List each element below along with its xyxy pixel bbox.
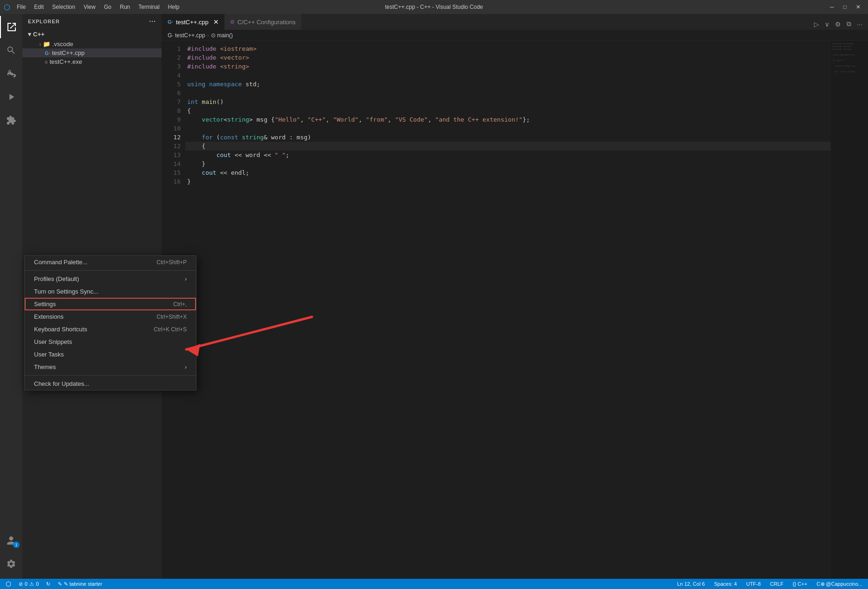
exe-file-icon: ≡ <box>45 59 47 65</box>
menu-file[interactable]: File <box>13 3 29 11</box>
search-activity-button[interactable] <box>0 39 22 62</box>
language-mode[interactable]: {} C++ <box>791 579 809 589</box>
window-title: testC++.cpp - C++ - Visual Studio Code <box>385 4 483 10</box>
explorer-activity-button[interactable] <box>0 16 22 38</box>
profiles-arrow-icon: › <box>185 276 187 282</box>
warning-icon: ⚠ <box>29 581 34 587</box>
chevron-down-icon: ▾ <box>28 31 31 38</box>
tab-actions: ▷ ∨ ⚙ ⧉ ··· <box>808 18 868 30</box>
code-line-15: cout << endl; <box>185 168 831 177</box>
menu-check-updates[interactable]: Check for Updates... <box>25 377 196 390</box>
window-controls: ─ □ ✕ <box>826 3 864 11</box>
menu-keyboard-shortcuts[interactable]: Keyboard Shortcuts Ctrl+K Ctrl+S <box>25 323 196 336</box>
settings-sync-label: Turn on Settings Sync... <box>34 288 98 295</box>
code-line-11: for (const string& word : msg) <box>185 133 831 142</box>
settings-shortcut: Ctrl+, <box>173 301 187 308</box>
user-snippets-label: User Snippets <box>34 338 72 345</box>
chevron-right-icon: › <box>39 41 41 48</box>
menu-profiles[interactable]: Profiles (Default) › <box>25 273 196 285</box>
profiles-label: Profiles (Default) <box>34 275 79 282</box>
extensions-activity-button[interactable] <box>0 109 22 131</box>
vscode-status-icon[interactable]: ⬡ <box>4 579 13 589</box>
menu-themes[interactable]: Themes › <box>25 361 196 373</box>
menu-go[interactable]: Go <box>100 3 115 11</box>
close-button[interactable]: ✕ <box>852 3 864 11</box>
tab-configurations[interactable]: ⚙ C/C++ Configurations <box>224 14 301 30</box>
tab-testcpp[interactable]: G· testC++.cpp ✕ <box>162 14 224 30</box>
menu-settings[interactable]: Settings Ctrl+, <box>25 298 196 310</box>
cpp-tab-close-button[interactable]: ✕ <box>213 18 219 26</box>
menu-command-palette[interactable]: Command Palette... Ctrl+Shift+P <box>25 256 196 268</box>
activity-bar-bottom: 1 <box>0 529 22 579</box>
error-icon: ⊘ <box>19 581 23 587</box>
settings-label: Settings <box>34 301 56 308</box>
exe-file-label: testC++.exe <box>49 58 82 65</box>
breadcrumb-file[interactable]: G· testC++.cpp <box>168 32 205 39</box>
tab-bar: G· testC++.cpp ✕ ⚙ C/C++ Configurations … <box>162 14 868 30</box>
code-line-16: } <box>185 177 831 186</box>
titlebar: ⬡ File Edit Selection View Go Run Termin… <box>0 0 868 14</box>
menu-extensions[interactable]: Extensions Ctrl+Shift+X <box>25 310 196 323</box>
menu-divider-1 <box>25 270 196 271</box>
menu-view[interactable]: View <box>80 3 99 11</box>
cpp-file-item[interactable]: G· testC++.cpp <box>22 48 162 57</box>
menu-run[interactable]: Run <box>116 3 134 11</box>
eol[interactable]: CRLF <box>768 579 786 589</box>
run-split-button[interactable]: ▷ <box>812 19 821 30</box>
cpp-folder-label[interactable]: ▾ C++ <box>22 29 162 40</box>
cpp-file-icon: G· <box>45 50 50 56</box>
sync-status[interactable]: ↻ <box>44 579 52 589</box>
run-dropdown-button[interactable]: ∨ <box>823 19 831 30</box>
arrow-annotation <box>177 308 317 365</box>
sidebar-more-button[interactable]: ··· <box>149 18 156 25</box>
explorer-label: Explorer <box>28 19 60 24</box>
sync-icon: ↻ <box>46 581 50 587</box>
menu-selection[interactable]: Selection <box>48 3 79 11</box>
breadcrumb: G· testC++.cpp › ⊙ main() <box>162 30 868 41</box>
menu-help[interactable]: Help <box>164 3 183 11</box>
menu-terminal[interactable]: Terminal <box>135 3 163 11</box>
editor-minimap: #include <iostream> #include <vector> #i… <box>831 41 868 579</box>
code-line-12: { <box>185 142 831 151</box>
cursor-position[interactable]: Ln 12, Col 6 <box>675 579 706 589</box>
source-control-activity-button[interactable] <box>0 62 22 85</box>
menu-user-tasks[interactable]: User Tasks <box>25 348 196 361</box>
activity-bar-top <box>0 16 22 528</box>
breadcrumb-symbol[interactable]: ⊙ main() <box>211 32 233 39</box>
user-tasks-label: User Tasks <box>34 351 64 358</box>
code-line-14: } <box>185 159 831 168</box>
indentation[interactable]: Spaces: 4 <box>712 579 739 589</box>
account-badge: 1 <box>13 541 20 548</box>
status-bar-left: ⬡ ⊘ 0 ⚠ 0 ↻ ✎ ✎ tabnine starter <box>4 579 104 589</box>
maximize-button[interactable]: □ <box>840 3 850 11</box>
error-count: 0 <box>25 581 27 587</box>
vscode-folder-item[interactable]: › 📁 .vscode <box>22 40 162 48</box>
errors-count[interactable]: ⊘ 0 ⚠ 0 <box>17 579 41 589</box>
menu-settings-sync[interactable]: Turn on Settings Sync... <box>25 285 196 298</box>
split-editor-button[interactable]: ⧉ <box>845 18 853 30</box>
code-line-1: #include <iostream> <box>185 44 831 53</box>
status-bar-right: Ln 12, Col 6 Spaces: 4 UTF-8 CRLF {} C++… <box>675 579 864 589</box>
notification-bell[interactable]: C⊕ @Cappuccino... <box>815 579 864 589</box>
minimize-button[interactable]: ─ <box>826 3 838 11</box>
menu-divider-2 <box>25 375 196 376</box>
command-palette-shortcut: Ctrl+Shift+P <box>156 259 187 266</box>
tabnine-icon: ✎ <box>58 581 62 587</box>
menu-edit[interactable]: Edit <box>30 3 47 11</box>
cpp-folder-name: C++ <box>33 31 45 38</box>
settings-button[interactable]: ⚙ <box>833 19 843 30</box>
code-line-6 <box>185 89 831 97</box>
config-tab-icon: ⚙ <box>230 19 235 25</box>
menu-user-snippets[interactable]: User Snippets <box>25 336 196 348</box>
encoding[interactable]: UTF-8 <box>744 579 762 589</box>
sidebar-header-actions: ··· <box>149 18 156 25</box>
run-activity-button[interactable] <box>0 86 22 108</box>
code-line-3: #include <string> <box>185 62 831 71</box>
account-icon[interactable]: 1 <box>0 529 22 552</box>
more-actions-button[interactable]: ··· <box>855 19 864 30</box>
vscode-logo-status: ⬡ <box>6 580 11 588</box>
tabnine-status[interactable]: ✎ ✎ tabnine starter <box>56 579 104 589</box>
exe-file-item[interactable]: ≡ testC++.exe <box>22 57 162 66</box>
manage-icon[interactable] <box>0 553 22 575</box>
config-tab-label: C/C++ Configurations <box>237 19 296 26</box>
